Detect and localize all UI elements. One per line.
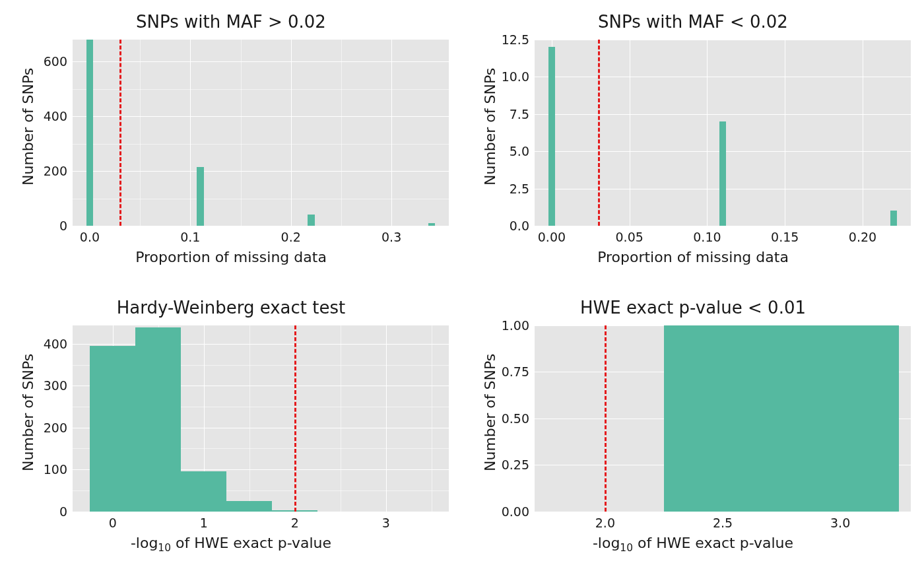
x-axis-label: Proportion of missing data bbox=[462, 249, 924, 265]
x-tick-label: 0.3 bbox=[381, 230, 401, 244]
gridline bbox=[73, 226, 449, 226]
threshold-line bbox=[119, 40, 121, 226]
chart-title: SNPs with MAF > 0.02 bbox=[0, 12, 462, 32]
x-tick-label: 0.2 bbox=[281, 230, 301, 244]
x-tick-label: 2.5 bbox=[713, 516, 733, 530]
x-tick-label: 0.1 bbox=[180, 230, 200, 244]
y-tick-label: 0.50 bbox=[495, 411, 529, 426]
gridline bbox=[535, 77, 911, 77]
x-tick-label: 1 bbox=[200, 516, 208, 530]
y-tick-label: 400 bbox=[33, 337, 67, 351]
plot-area bbox=[535, 325, 911, 512]
threshold-line bbox=[294, 325, 296, 512]
gridline-minor bbox=[432, 325, 432, 512]
y-tick-label: 100 bbox=[33, 462, 67, 477]
x-tick-label: 0.05 bbox=[616, 230, 644, 244]
chart-title: SNPs with MAF < 0.02 bbox=[462, 12, 924, 32]
gridline-minor bbox=[241, 40, 242, 226]
y-tick-label: 400 bbox=[33, 109, 67, 123]
y-tick-label: 0 bbox=[33, 218, 67, 233]
gridline bbox=[785, 40, 785, 226]
x-tick-label: 2.0 bbox=[595, 516, 615, 530]
y-tick-label: 0.00 bbox=[495, 504, 529, 519]
x-axis-label: -log10 of HWE exact p-value bbox=[462, 535, 924, 554]
gridline bbox=[391, 40, 392, 226]
threshold-line bbox=[598, 40, 600, 226]
gridline bbox=[535, 512, 911, 512]
x-tick-label: 0.20 bbox=[849, 230, 876, 244]
panel-maf-lt: SNPs with MAF < 0.02Number of SNPsPropor… bbox=[462, 0, 924, 286]
gridline-minor bbox=[249, 325, 250, 512]
plot-area bbox=[535, 40, 911, 226]
gridline bbox=[535, 114, 911, 115]
y-tick-label: 0.0 bbox=[495, 218, 529, 233]
histogram-bar bbox=[308, 215, 315, 226]
y-tick-label: 7.5 bbox=[495, 107, 529, 121]
gridline-minor bbox=[140, 40, 141, 226]
gridline bbox=[73, 116, 449, 117]
gridline bbox=[386, 325, 387, 512]
gridline-minor bbox=[341, 40, 342, 226]
gridline-minor bbox=[73, 89, 449, 90]
histogram-bar bbox=[719, 121, 727, 226]
gridline bbox=[73, 512, 449, 512]
y-tick-label: 0.75 bbox=[495, 364, 529, 379]
y-tick-label: 300 bbox=[33, 378, 67, 393]
chart-title: Hardy-Weinberg exact test bbox=[0, 298, 462, 318]
plot-area bbox=[73, 40, 449, 226]
histogram-bar bbox=[181, 471, 226, 511]
gridline bbox=[73, 61, 449, 62]
y-axis-label: Number of SNPs bbox=[482, 68, 498, 185]
chart-grid: SNPs with MAF > 0.02Number of SNPsPropor… bbox=[0, 0, 924, 571]
histogram-bar bbox=[664, 325, 899, 512]
y-tick-label: 5.0 bbox=[495, 144, 529, 158]
gridline bbox=[291, 40, 292, 226]
gridline bbox=[190, 40, 191, 226]
x-tick-label: 0.0 bbox=[80, 230, 100, 244]
gridline bbox=[73, 344, 449, 345]
panel-hwe: Hardy-Weinberg exact testNumber of SNPs-… bbox=[0, 286, 462, 572]
gridline bbox=[863, 40, 863, 226]
gridline bbox=[535, 226, 911, 226]
gridline bbox=[535, 40, 911, 40]
histogram-bar bbox=[890, 211, 898, 226]
threshold-line bbox=[605, 325, 607, 512]
y-tick-label: 0 bbox=[33, 504, 67, 519]
histogram-bar bbox=[548, 47, 556, 226]
y-tick-label: 2.5 bbox=[495, 182, 529, 196]
panel-maf-gt: SNPs with MAF > 0.02Number of SNPsPropor… bbox=[0, 0, 462, 286]
x-tick-label: 0.10 bbox=[693, 230, 721, 244]
x-tick-label: 0 bbox=[109, 516, 117, 530]
y-tick-label: 600 bbox=[33, 54, 67, 69]
y-tick-label: 200 bbox=[33, 420, 67, 435]
histogram-bar bbox=[428, 223, 436, 226]
x-tick-label: 2 bbox=[291, 516, 299, 530]
plot-area bbox=[73, 325, 449, 512]
x-axis-label: Proportion of missing data bbox=[0, 249, 462, 265]
x-axis-label: -log10 of HWE exact p-value bbox=[0, 535, 462, 554]
histogram-bar bbox=[226, 501, 272, 512]
x-tick-label: 3.0 bbox=[830, 516, 850, 530]
y-tick-label: 1.00 bbox=[495, 318, 529, 333]
histogram-bar bbox=[197, 167, 204, 226]
gridline-minor bbox=[73, 199, 449, 199]
histogram-bar bbox=[90, 346, 135, 511]
gridline bbox=[73, 171, 449, 172]
y-tick-label: 0.25 bbox=[495, 457, 529, 472]
x-tick-label: 0.15 bbox=[771, 230, 799, 244]
gridline-minor bbox=[341, 325, 341, 512]
chart-title: HWE exact p-value < 0.01 bbox=[462, 298, 924, 318]
y-axis-label: Number of SNPs bbox=[20, 353, 36, 471]
gridline bbox=[707, 40, 708, 226]
gridline-minor bbox=[73, 144, 449, 145]
y-tick-label: 200 bbox=[33, 164, 67, 178]
panel-hwe-filtered: HWE exact p-value < 0.01Number of SNPs-l… bbox=[462, 286, 924, 572]
y-tick-label: 12.5 bbox=[495, 32, 529, 47]
gridline bbox=[630, 40, 630, 226]
y-tick-label: 10.0 bbox=[495, 69, 529, 84]
x-tick-label: 0.00 bbox=[538, 230, 566, 244]
histogram-bar bbox=[86, 40, 94, 226]
x-tick-label: 3 bbox=[382, 516, 390, 530]
histogram-bar bbox=[135, 327, 181, 512]
